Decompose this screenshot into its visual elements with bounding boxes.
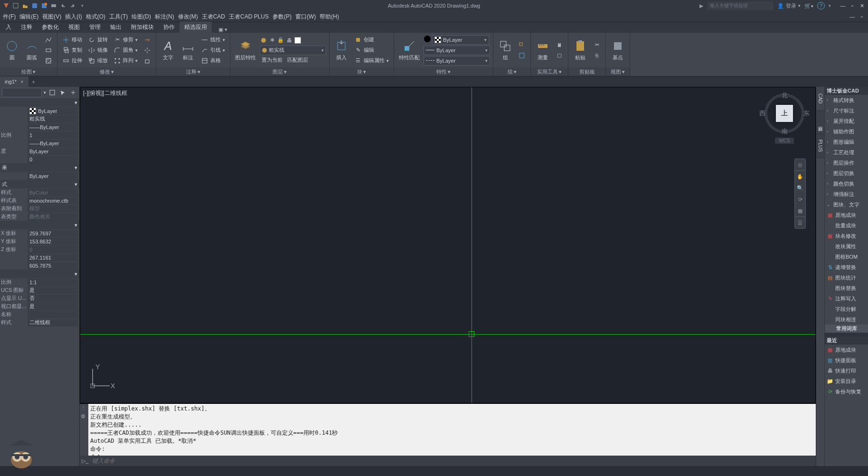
menu-dim[interactable]: 标注(N) bbox=[153, 11, 176, 22]
arc-button[interactable]: 圆弧 bbox=[23, 34, 41, 66]
palette-item-makeinplace[interactable]: ▦原地成块 bbox=[825, 210, 868, 220]
palette-cat-layersw[interactable]: ›图层切换 bbox=[825, 168, 868, 178]
circle-button[interactable]: 圆 bbox=[3, 34, 21, 66]
login-button[interactable]: 👤登录▾ bbox=[777, 2, 801, 9]
palette-recent-5[interactable]: ⟳备份与恢复 bbox=[825, 386, 868, 397]
prop-plotatt-val[interactable]: 模型 bbox=[28, 205, 78, 213]
prop-x-val[interactable]: 259.7697 bbox=[28, 230, 78, 237]
panel-view-title[interactable]: 视图 ▾ bbox=[606, 67, 630, 76]
scale-button[interactable]: 缩放 bbox=[86, 56, 110, 66]
palette-item-framebom[interactable]: 图框BOM bbox=[825, 252, 868, 262]
trim-button[interactable]: ✂修剪▾ bbox=[112, 35, 140, 45]
color-combo[interactable]: ByLayer bbox=[432, 35, 489, 45]
wcs-label[interactable]: WCS bbox=[775, 138, 794, 144]
redo-icon[interactable] bbox=[68, 1, 77, 10]
select-icon[interactable]: ▢ bbox=[554, 50, 565, 61]
saveas-icon[interactable] bbox=[40, 1, 48, 10]
prop-scale-val[interactable]: 1 bbox=[28, 131, 78, 139]
panel-group-title[interactable]: 组 ▾ bbox=[493, 67, 530, 76]
layer-state-icon[interactable] bbox=[260, 37, 267, 44]
nav-pan-icon[interactable]: ✋ bbox=[795, 171, 805, 182]
prop-lineweight-val[interactable]: —— ByLayer bbox=[28, 140, 78, 147]
palette-recent-1[interactable]: ▦原地成块 bbox=[825, 345, 868, 355]
pline-button[interactable] bbox=[43, 35, 54, 45]
mirror-button[interactable]: 镜像 bbox=[86, 45, 110, 56]
palette-tab-plus[interactable]: PLUS bbox=[816, 134, 824, 158]
text-button[interactable]: A文字 bbox=[159, 34, 177, 66]
palette-recent-2[interactable]: ▥快捷面板 bbox=[825, 355, 868, 365]
open-icon[interactable] bbox=[21, 1, 29, 10]
ribbontab-manage[interactable]: 管理 bbox=[85, 22, 105, 33]
menu-file[interactable]: 件(F) bbox=[1, 11, 18, 22]
ribbontab-home[interactable]: 入 bbox=[1, 22, 16, 33]
panel-prop-title[interactable]: 特性 ▾ bbox=[394, 67, 493, 76]
menu-king[interactable]: 王者CAD bbox=[200, 11, 227, 22]
palette-item-renameblock[interactable]: ▦块名修改 bbox=[825, 231, 868, 241]
layer-lock-icon[interactable]: 🔒 bbox=[277, 37, 284, 44]
palette-item-editattr[interactable]: 改块属性 bbox=[825, 241, 868, 252]
palette-lib-title[interactable]: 常用词库 bbox=[825, 325, 868, 333]
panel-clip-title[interactable]: 剪贴板 bbox=[568, 67, 605, 76]
add-tab-button[interactable]: ＋ bbox=[28, 76, 39, 87]
palette-tab-dim[interactable]: 标注 bbox=[816, 111, 824, 134]
calc-icon[interactable]: 🖩 bbox=[554, 40, 565, 50]
palette-item-annotwrite[interactable]: ✎注释写入 bbox=[825, 293, 868, 304]
minimize-button[interactable]: — bbox=[839, 2, 847, 9]
command-input[interactable] bbox=[90, 456, 816, 466]
nav-showmotion-icon[interactable]: ▦ bbox=[795, 205, 805, 216]
ribbontab-annotate[interactable]: 注释 bbox=[16, 22, 37, 33]
pickadd-icon[interactable] bbox=[69, 88, 77, 97]
leader-button[interactable]: 引线▾ bbox=[199, 45, 227, 56]
palette-cat-process[interactable]: ›工艺处理 bbox=[825, 147, 868, 158]
ribbontab-output[interactable]: 输出 bbox=[105, 22, 126, 33]
edit-attr-button[interactable]: ☰编辑属性▾ bbox=[352, 56, 391, 66]
ribbontab-apps[interactable]: 精选应用 bbox=[179, 22, 212, 33]
restore-button[interactable]: ▫ bbox=[848, 2, 857, 9]
lineweight-combo[interactable]: ByLayer bbox=[424, 46, 490, 55]
layer-combo[interactable]: 粗实线 bbox=[260, 46, 326, 55]
groupedit-icon[interactable] bbox=[516, 50, 528, 61]
menu-help[interactable]: 帮助(H) bbox=[318, 11, 341, 22]
palette-tab-cad[interactable]: CAD bbox=[816, 87, 824, 111]
menu-draw[interactable]: 绘图(D) bbox=[130, 11, 153, 22]
palette-item-fieldexp[interactable]: 字段分解 bbox=[825, 304, 868, 314]
ucs-icon[interactable]: Y X bbox=[87, 363, 115, 392]
palette-cat-dimext[interactable]: ›增强标注 bbox=[825, 189, 868, 199]
ribbontab-addin[interactable]: 附加模块 bbox=[126, 22, 159, 33]
prop-ucs-val[interactable]: 是 bbox=[28, 287, 78, 294]
prop-cat-effect[interactable]: 果▾ bbox=[0, 163, 79, 172]
palette-item-blockstat[interactable]: ▤图块统计 bbox=[825, 272, 868, 283]
ribbontab-param[interactable]: 参数化 bbox=[37, 22, 64, 33]
qat-dropdown[interactable]: ▾ bbox=[78, 1, 86, 10]
cut-icon[interactable]: ✂ bbox=[591, 40, 603, 50]
ribbontab-collab[interactable]: 协作 bbox=[159, 22, 179, 33]
prop-material-val[interactable]: ByLayer bbox=[28, 172, 78, 180]
prop-color-val[interactable]: ByLayer bbox=[28, 107, 78, 115]
selectobj-icon[interactable] bbox=[58, 88, 67, 97]
palette-cat-format[interactable]: ›格式转换 bbox=[825, 95, 868, 105]
palette-cat-blocktext[interactable]: ⌄图块、文字 bbox=[825, 199, 868, 210]
create-block-button[interactable]: 创建 bbox=[352, 35, 391, 45]
ribbon-minimize[interactable]: ▣ ▾ bbox=[215, 27, 231, 33]
nav-steering-icon[interactable]: ◎ bbox=[795, 159, 805, 170]
colorwheel-icon[interactable] bbox=[424, 35, 431, 43]
quickselect-icon[interactable] bbox=[48, 88, 57, 97]
linear-button[interactable]: 线性▾ bbox=[199, 35, 227, 45]
panel-block-title[interactable]: 块 ▾ bbox=[330, 67, 394, 76]
panel-annotate-title[interactable]: 注释 ▾ bbox=[156, 67, 230, 76]
prop-vstyle-val[interactable]: 二维线框 bbox=[28, 319, 78, 327]
search-input[interactable]: 输入关键字或短语 bbox=[707, 1, 774, 10]
paste-button[interactable]: 粘贴 bbox=[571, 34, 589, 66]
prop-plotstyle-val[interactable]: ByColor bbox=[28, 189, 78, 196]
command-history-text[interactable]: 正在用 [simplex.shx] 替换 [txt.shx]。 正在重生成模型。… bbox=[88, 404, 816, 456]
menu-tools[interactable]: 工具(T) bbox=[107, 11, 130, 22]
palette-item-blockreplace[interactable]: 图块替换 bbox=[825, 283, 868, 293]
edit-block-button[interactable]: ✎编辑 bbox=[352, 45, 391, 56]
close-button[interactable]: ✕ bbox=[858, 2, 866, 9]
palette-cat-colorsw[interactable]: ›颜色切换 bbox=[825, 178, 868, 189]
insert-button[interactable]: 插入 bbox=[332, 34, 350, 66]
layerprop-button[interactable]: 图层特性 bbox=[233, 34, 258, 66]
menu-modify[interactable]: 修改(M) bbox=[176, 11, 200, 22]
prop-cat-view[interactable]: ▾ bbox=[0, 221, 79, 229]
save-icon[interactable] bbox=[30, 1, 39, 10]
